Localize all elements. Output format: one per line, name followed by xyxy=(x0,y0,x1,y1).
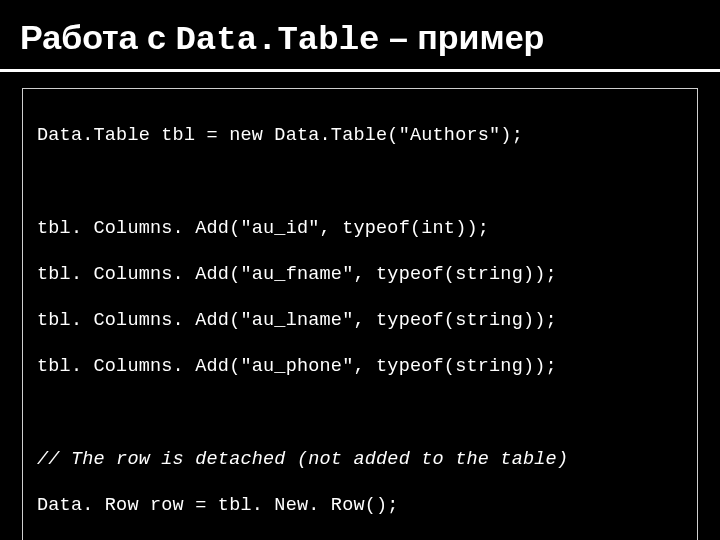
code-line: tbl. Columns. Add("au_fname", typeof(str… xyxy=(37,263,683,286)
slide: Работа с Data.Table – пример Data.Table … xyxy=(0,0,720,540)
code-line: Data. Row row = tbl. New. Row(); xyxy=(37,494,683,517)
code-line: tbl. Columns. Add("au_lname", typeof(str… xyxy=(37,309,683,332)
title-prefix: Работа с xyxy=(20,18,175,56)
title-rule xyxy=(0,69,720,72)
code-line: tbl. Columns. Add("au_phone", typeof(str… xyxy=(37,355,683,378)
code-comment: // The row is detached (not added to the… xyxy=(37,448,683,471)
code-box: Data.Table tbl = new Data.Table("Authors… xyxy=(22,88,698,540)
code-line: tbl. Columns. Add("au_id", typeof(int)); xyxy=(37,217,683,240)
code-line: Data.Table tbl = new Data.Table("Authors… xyxy=(37,124,683,147)
title-mono: Data.Table xyxy=(175,21,379,59)
slide-title: Работа с Data.Table – пример xyxy=(0,0,720,65)
title-suffix: – пример xyxy=(379,18,544,56)
code-blank xyxy=(37,402,683,425)
code-blank xyxy=(37,170,683,193)
